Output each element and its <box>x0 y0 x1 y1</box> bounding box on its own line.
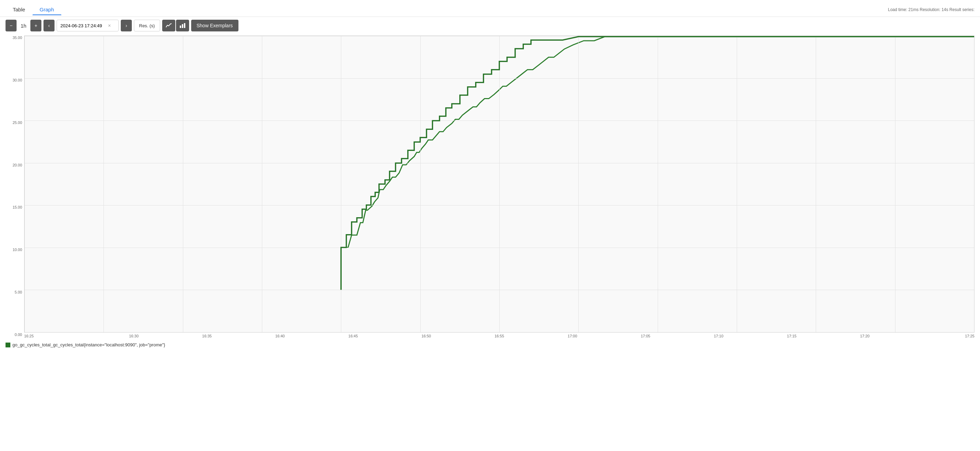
x-label-1725: 17:25 <box>901 334 974 338</box>
svg-rect-2 <box>184 23 185 28</box>
y-label-2000: 20.00 <box>13 163 22 167</box>
bar-chart-button[interactable] <box>176 20 189 32</box>
y-label-1500: 15.00 <box>13 205 22 209</box>
line-chart-icon <box>165 23 172 28</box>
x-label-1700: 17:00 <box>536 334 609 338</box>
show-exemplars-button[interactable]: Show Exemplars <box>191 20 239 32</box>
x-label-1645: 16:45 <box>317 334 390 338</box>
chart-line-svg <box>24 36 974 332</box>
y-label-000: 0.00 <box>15 333 22 337</box>
legend-label: go_gc_cycles_total_gc_cycles_total{insta… <box>13 342 165 347</box>
main-container: Table Graph Load time: 21ms Resolution: … <box>0 0 980 451</box>
duration-display: 1h <box>19 23 28 29</box>
legend: go_gc_cycles_total_gc_cycles_total{insta… <box>6 342 974 347</box>
x-label-1650: 16:50 <box>390 334 463 338</box>
increment-duration-button[interactable]: + <box>30 20 41 32</box>
y-label-500: 5.00 <box>15 290 22 294</box>
resolution-button[interactable]: Res. (s) <box>134 20 160 32</box>
controls-bar: − 1h + ‹ × › Res. (s) <box>0 17 980 34</box>
x-label-1635: 16:35 <box>170 334 243 338</box>
y-label-1000: 10.00 <box>13 248 22 252</box>
chart-wrapper: 35.00 30.00 25.00 20.00 15.00 10.00 5.00… <box>6 35 974 333</box>
tabs: Table Graph <box>6 4 61 15</box>
grid-h-0 <box>24 332 974 333</box>
svg-rect-0 <box>180 25 181 28</box>
legend-color-box <box>6 343 10 347</box>
x-label-1720: 17:20 <box>828 334 901 338</box>
line-chart-button[interactable] <box>162 20 175 32</box>
bar-chart-icon <box>180 23 186 28</box>
datetime-field[interactable] <box>60 23 105 28</box>
chart-container: 35.00 30.00 25.00 20.00 15.00 10.00 5.00… <box>6 35 974 338</box>
x-label-1655: 16:55 <box>463 334 536 338</box>
y-label-2500: 25.00 <box>13 121 22 125</box>
x-label-1705: 17:05 <box>609 334 682 338</box>
top-bar: Table Graph Load time: 21ms Resolution: … <box>0 3 980 17</box>
datetime-input-wrapper[interactable]: × <box>57 20 119 32</box>
y-label-3000: 30.00 <box>13 78 22 82</box>
x-labels: 16:25 16:30 16:35 16:40 16:45 16:50 16:5… <box>24 333 974 338</box>
x-label-1640: 16:40 <box>243 334 317 338</box>
datetime-clear-button[interactable]: × <box>108 23 111 28</box>
x-label-1625: 16:25 <box>24 334 97 338</box>
y-label-3500: 35.00 <box>13 35 22 40</box>
chart-area <box>24 35 974 333</box>
x-label-1715: 17:15 <box>755 334 828 338</box>
y-axis: 35.00 30.00 25.00 20.00 15.00 10.00 5.00… <box>6 35 24 333</box>
svg-rect-1 <box>182 24 183 28</box>
tab-table[interactable]: Table <box>6 4 32 15</box>
x-label-1710: 17:10 <box>682 334 756 338</box>
chart-type-buttons <box>162 20 189 32</box>
data-line <box>341 37 974 290</box>
x-label-1630: 16:30 <box>97 334 170 338</box>
tab-graph[interactable]: Graph <box>32 4 61 15</box>
next-time-button[interactable]: › <box>121 20 132 32</box>
top-right-info: Load time: 21ms Resolution: 14s Result s… <box>888 7 974 12</box>
decrement-duration-button[interactable]: − <box>6 20 17 32</box>
prev-time-button[interactable]: ‹ <box>43 20 54 32</box>
